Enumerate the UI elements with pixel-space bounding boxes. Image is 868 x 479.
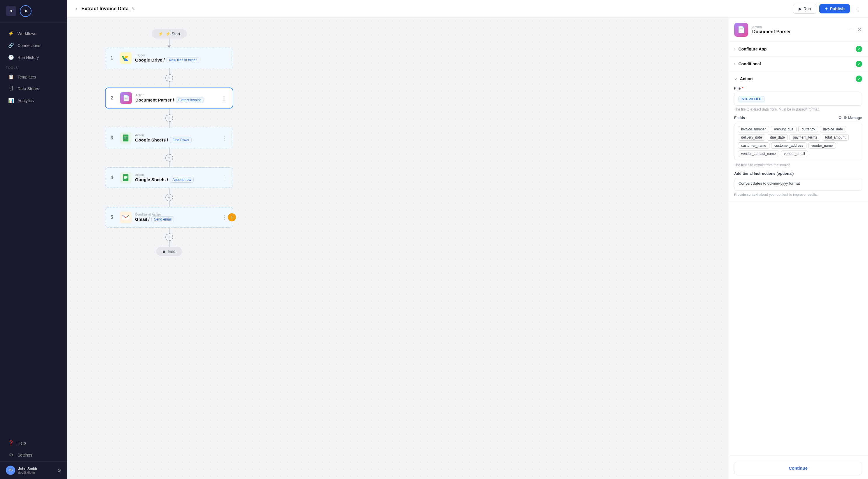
- node-menu-button-5[interactable]: ⋮: [221, 213, 228, 221]
- sidebar-item-run-history[interactable]: 🕐 Run History: [2, 52, 65, 63]
- svg-rect-8: [124, 176, 127, 177]
- sidebar-item-label: Analytics: [18, 98, 34, 103]
- manage-fields-button[interactable]: ⚙ ⚙ Manage: [838, 116, 862, 120]
- publish-button[interactable]: ✦ Publish: [819, 4, 850, 13]
- sidebar-item-templates[interactable]: 📋 Templates: [2, 71, 65, 83]
- logo-sparkle: ✦: [20, 5, 31, 17]
- templates-icon: 📋: [8, 74, 14, 80]
- field-tag: total_amount: [822, 134, 848, 141]
- workflows-icon: ⚡: [8, 31, 14, 36]
- sidebar-item-label: Settings: [18, 453, 32, 457]
- chevron-down-icon: ›: [734, 47, 736, 51]
- user-settings-icon[interactable]: ⚙: [57, 468, 61, 473]
- sidebar-item-label: Data Stores: [18, 86, 39, 91]
- analytics-icon: 📊: [8, 98, 14, 103]
- add-step-button-2[interactable]: +: [165, 114, 173, 122]
- flow-node-3[interactable]: 3 Action Google Sheets / Find Rows ⋮: [105, 128, 233, 148]
- node-content: Action Google Sheets / Find Rows: [135, 133, 217, 143]
- file-value-box[interactable]: STEP0.FILE: [734, 93, 862, 106]
- node-menu-button-2[interactable]: ⋮: [220, 94, 227, 102]
- step-tag: STEP0.FILE: [739, 96, 765, 102]
- node-menu-button-3[interactable]: ⋮: [221, 134, 228, 142]
- add-connector-2: +: [165, 109, 173, 128]
- fields-section-label: Fields ⚙ ⚙ Manage: [734, 116, 862, 120]
- action-status: ✓: [856, 76, 862, 82]
- accordion-body-action: File * STEP0.FILE The file to extract da…: [728, 86, 868, 201]
- field-tag: delivery_date: [738, 134, 765, 141]
- end-node: ■ End: [156, 247, 182, 256]
- svg-rect-6: [124, 139, 126, 139]
- add-step-button-5[interactable]: +: [165, 233, 173, 241]
- accordion-conditional: › Conditional ✓: [728, 57, 868, 71]
- panel-header-actions: ⋯ ✕: [848, 26, 862, 34]
- panel-scroll: › Configure App ✓ › Conditional ✓: [728, 42, 868, 457]
- run-button[interactable]: ▶ Run: [793, 4, 817, 14]
- flow-node-4[interactable]: 4 Action Google Sheets / Append row ⋮: [105, 168, 233, 188]
- field-tag: vendor_name: [808, 142, 836, 149]
- sidebar-item-label: Workflows: [18, 31, 36, 36]
- more-options-button[interactable]: ⋮: [853, 4, 861, 13]
- help-icon: ❓: [8, 440, 14, 446]
- field-tag: due_date: [767, 134, 788, 141]
- page-title: Extract Invoice Data: [82, 6, 129, 12]
- accordion-header-configure-app[interactable]: › Configure App ✓: [728, 42, 868, 56]
- sidebar-item-label: Help: [18, 441, 26, 445]
- add-step-button-1[interactable]: +: [165, 74, 173, 82]
- node-icon-gdrive: [120, 52, 131, 64]
- sidebar: ✦ ✦ ⚡ Workflows 🔗 Connections 🕐 Run Hist…: [0, 0, 67, 479]
- add-step-button-4[interactable]: +: [165, 194, 173, 201]
- add-connector-5: +: [165, 228, 173, 247]
- panel-more-button[interactable]: ⋯: [848, 26, 854, 33]
- end-icon: ■: [163, 249, 165, 254]
- sidebar-item-data-stores[interactable]: 🗄 Data Stores: [2, 83, 65, 94]
- accordion-header-action[interactable]: ∨ Action ✓: [728, 71, 868, 86]
- add-connector-4: +: [165, 188, 173, 207]
- sidebar-item-help[interactable]: ❓ Help: [2, 437, 65, 449]
- continue-button[interactable]: Continue: [734, 462, 862, 474]
- svg-rect-4: [124, 137, 127, 137]
- flow-node-1[interactable]: 1 Trigger Google Drive / New files in fo…: [105, 48, 233, 68]
- node-menu-button-4[interactable]: ⋮: [221, 174, 228, 182]
- start-label: ⚡ Start: [165, 31, 180, 36]
- sidebar-item-workflows[interactable]: ⚡ Workflows: [2, 28, 65, 39]
- field-tag: payment_terms: [789, 134, 820, 141]
- flow-node-5[interactable]: 5 Conditional Action Gmail / Send email …: [105, 207, 233, 228]
- svg-rect-5: [124, 138, 127, 138]
- tools-section-label: Tools: [0, 64, 67, 70]
- accordion-header-conditional[interactable]: › Conditional ✓: [728, 57, 868, 71]
- field-tag: amount_due: [771, 126, 797, 132]
- flow-node-2[interactable]: 2 📄 Action Document Parser / Extract Inv…: [105, 88, 233, 109]
- configure-app-status: ✓: [856, 46, 862, 52]
- sidebar-item-settings[interactable]: ⚙ Settings: [2, 449, 65, 460]
- node-content: Action Google Sheets / Append row: [135, 173, 217, 183]
- sidebar-item-analytics[interactable]: 📊 Analytics: [2, 95, 65, 106]
- flow-container: ⚡ ⚡ Start 1 Trigger: [67, 18, 271, 479]
- svg-rect-9: [124, 177, 127, 178]
- sidebar-logo: ✦ ✦: [0, 0, 67, 23]
- field-tag: vendor_email: [781, 151, 808, 157]
- user-email: dev@xflo.io: [18, 471, 37, 474]
- edit-title-icon[interactable]: ✎: [131, 6, 135, 11]
- sidebar-item-label: Run History: [18, 55, 39, 60]
- file-field-label: File *: [734, 86, 862, 90]
- node-number: 5: [111, 215, 116, 220]
- sidebar-footer: JS John Smith dev@xflo.io ⚙: [0, 461, 67, 479]
- additional-instructions-input[interactable]: Convert dates to dd-mm-yyyy format: [734, 178, 862, 191]
- settings-nav-icon: ⚙: [8, 452, 14, 458]
- user-name: John Smith: [18, 467, 37, 471]
- node-number: 1: [111, 55, 116, 61]
- panel-close-button[interactable]: ✕: [857, 26, 862, 34]
- file-hint: The file to extract data from. Must be i…: [734, 107, 862, 112]
- field-tag: invoice_number: [738, 126, 769, 132]
- sidebar-item-label: Templates: [18, 75, 36, 79]
- sidebar-item-connections[interactable]: 🔗 Connections: [2, 40, 65, 51]
- node-icon-docparser: 📄: [120, 92, 132, 104]
- main: ‹ Extract Invoice Data ✎ ▶ Run ✦ Publish…: [67, 0, 868, 479]
- run-play-icon: ▶: [799, 6, 802, 11]
- field-tag: customer_name: [738, 142, 769, 149]
- end-label: End: [168, 249, 176, 254]
- node-number: 3: [111, 136, 116, 141]
- back-button[interactable]: ‹: [74, 4, 79, 13]
- add-step-button-3[interactable]: +: [165, 154, 173, 161]
- chevron-down-icon: ›: [734, 62, 736, 66]
